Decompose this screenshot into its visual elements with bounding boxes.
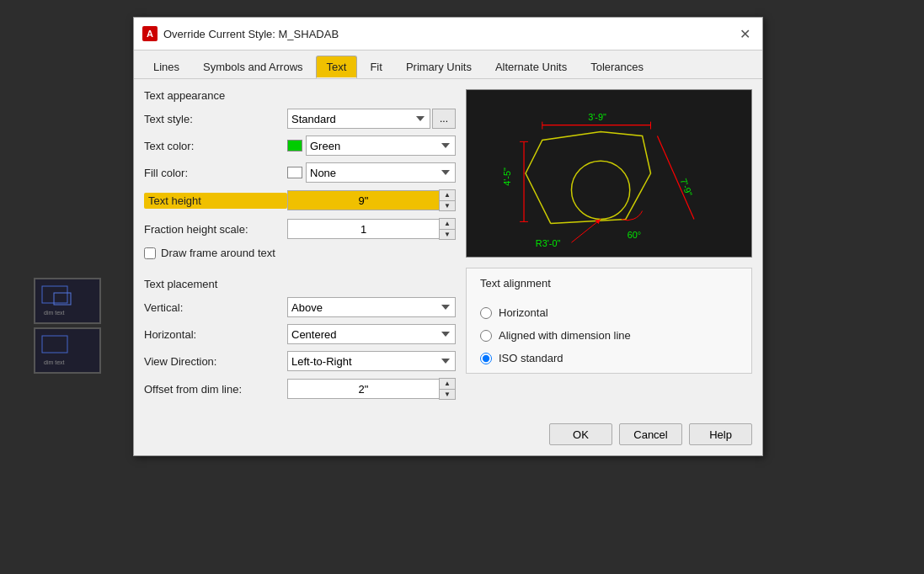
tab-bar: Lines Symbols and Arrows Text Fit Primar… bbox=[134, 50, 762, 79]
appearance-section: Text appearance Text style: Standard ...… bbox=[144, 89, 456, 266]
offset-spinner-btns: ▲ ▼ bbox=[439, 378, 456, 400]
text-height-up-btn[interactable]: ▲ bbox=[440, 190, 455, 200]
dialog-title: Override Current Style: M_SHADAB bbox=[163, 28, 339, 40]
svg-text:4'-5": 4'-5" bbox=[502, 167, 512, 186]
iso-radio[interactable] bbox=[480, 353, 492, 364]
fraction-height-spinner-wrapper: 1 ▲ ▼ bbox=[287, 218, 456, 240]
tab-alternate[interactable]: Alternate Units bbox=[484, 56, 578, 78]
svg-text:dim text: dim text bbox=[44, 359, 65, 365]
placement-section: Text placement Vertical: AboveCenteredBe… bbox=[144, 278, 456, 407]
app-icon: A bbox=[142, 26, 158, 41]
text-style-label: Text style: bbox=[144, 113, 287, 125]
fill-color-swatch bbox=[287, 167, 302, 178]
appearance-title: Text appearance bbox=[144, 89, 456, 102]
tab-tolerances[interactable]: Tolerances bbox=[580, 56, 654, 78]
vertical-row: Vertical: AboveCenteredBelow bbox=[144, 297, 456, 317]
horizontal-row: Horizontal: CenteredLeftRight bbox=[144, 324, 456, 344]
offset-label: Offset from dim line: bbox=[144, 383, 287, 396]
svg-text:60°: 60° bbox=[628, 230, 641, 240]
tab-fit[interactable]: Fit bbox=[359, 56, 393, 78]
text-style-row: Text style: Standard ... bbox=[144, 109, 456, 129]
fraction-height-spinner-btns: ▲ ▼ bbox=[439, 218, 456, 240]
fraction-height-up-btn[interactable]: ▲ bbox=[440, 219, 455, 229]
aligned-radio-label: Aligned with dimension line bbox=[499, 329, 631, 342]
iso-radio-row: ISO standard bbox=[480, 352, 738, 364]
svg-text:dim text: dim text bbox=[44, 310, 65, 316]
thumb-1: dim text bbox=[34, 278, 101, 324]
tab-primary[interactable]: Primary Units bbox=[395, 56, 483, 78]
fraction-height-row: Fraction height scale: 1 ▲ ▼ bbox=[144, 218, 456, 240]
horizontal-radio-label: Horizontal bbox=[499, 306, 548, 319]
text-height-input[interactable]: 9" bbox=[287, 190, 439, 210]
horizontal-select[interactable]: CenteredLeftRight bbox=[287, 324, 456, 344]
svg-text:R3'-0": R3'-0" bbox=[536, 238, 561, 248]
tab-symbols[interactable]: Symbols and Arrows bbox=[192, 56, 314, 78]
offset-down-btn[interactable]: ▼ bbox=[440, 389, 455, 399]
horizontal-radio-row: Horizontal bbox=[480, 306, 738, 319]
aligned-radio-row: Aligned with dimension line bbox=[480, 329, 738, 342]
tab-lines[interactable]: Lines bbox=[142, 56, 190, 78]
draw-frame-label: Draw frame around text bbox=[161, 247, 275, 259]
svg-text:3'-9": 3'-9" bbox=[588, 112, 606, 122]
title-bar-left: A Override Current Style: M_SHADAB bbox=[142, 26, 339, 41]
draw-frame-checkbox[interactable] bbox=[144, 247, 156, 259]
fill-color-label: Fill color: bbox=[144, 167, 287, 179]
side-thumbnails: dim text dim text bbox=[34, 278, 101, 377]
text-color-label: Text color: bbox=[144, 140, 287, 152]
title-bar: A Override Current Style: M_SHADAB ✕ bbox=[134, 18, 762, 50]
text-height-label: Text height bbox=[144, 193, 287, 209]
fraction-height-input[interactable]: 1 bbox=[287, 219, 439, 239]
thumb-2: dim text bbox=[34, 327, 101, 374]
aligned-radio[interactable] bbox=[480, 330, 492, 342]
close-button[interactable]: ✕ bbox=[735, 24, 754, 43]
horizontal-radio[interactable] bbox=[480, 307, 492, 319]
dialog-footer: OK Cancel Help bbox=[134, 417, 762, 455]
text-color-row: Text color: Green bbox=[144, 136, 456, 156]
fill-color-select[interactable]: None bbox=[306, 162, 456, 183]
app-icon-letter: A bbox=[147, 29, 153, 39]
text-height-row: Text height 9" ▲ ▼ bbox=[144, 189, 456, 211]
tab-text[interactable]: Text bbox=[316, 56, 358, 78]
text-style-browse-btn[interactable]: ... bbox=[432, 109, 456, 129]
offset-spinner-wrapper: 2" ▲ ▼ bbox=[287, 378, 456, 400]
offset-row: Offset from dim line: 2" ▲ ▼ bbox=[144, 378, 456, 400]
placement-title: Text placement bbox=[144, 278, 456, 290]
preview-svg: 4'-5" 3'-9" 7'-9" 60° R3'-0" bbox=[467, 90, 751, 257]
text-style-select[interactable]: Standard bbox=[287, 109, 430, 129]
alignment-box: Text alignment Horizontal Aligned with d… bbox=[466, 268, 752, 374]
right-panel: 4'-5" 3'-9" 7'-9" 60° R3'-0" bbox=[466, 89, 752, 407]
vertical-label: Vertical: bbox=[144, 301, 287, 314]
text-color-select[interactable]: Green bbox=[306, 136, 456, 156]
iso-radio-label: ISO standard bbox=[499, 352, 563, 364]
view-direction-row: View Direction: Left-to-RightRight-to-Le… bbox=[144, 351, 456, 371]
offset-up-btn[interactable]: ▲ bbox=[440, 379, 455, 389]
alignment-title: Text alignment bbox=[480, 277, 738, 290]
vertical-select[interactable]: AboveCenteredBelow bbox=[287, 297, 456, 317]
view-direction-label: View Direction: bbox=[144, 355, 287, 368]
dialog: A Override Current Style: M_SHADAB ✕ Lin… bbox=[133, 17, 763, 456]
fill-color-row: Fill color: None bbox=[144, 162, 456, 183]
ok-button[interactable]: OK bbox=[549, 423, 612, 445]
cancel-button[interactable]: Cancel bbox=[619, 423, 682, 445]
text-color-swatch bbox=[287, 140, 302, 151]
draw-frame-row: Draw frame around text bbox=[144, 247, 456, 259]
thumb-svg-2: dim text bbox=[35, 329, 101, 374]
preview-box: 4'-5" 3'-9" 7'-9" 60° R3'-0" bbox=[466, 89, 752, 258]
help-button[interactable]: Help bbox=[689, 423, 752, 445]
fraction-height-label: Fraction height scale: bbox=[144, 223, 287, 236]
left-panel: Text appearance Text style: Standard ...… bbox=[144, 89, 456, 407]
dialog-body: Text appearance Text style: Standard ...… bbox=[134, 79, 762, 417]
text-style-input-group: Standard ... bbox=[287, 109, 456, 129]
thumb-svg-1: dim text bbox=[35, 279, 101, 324]
text-height-down-btn[interactable]: ▼ bbox=[440, 200, 455, 210]
fraction-height-down-btn[interactable]: ▼ bbox=[440, 229, 455, 239]
text-height-spinner-wrapper: 9" ▲ ▼ bbox=[287, 189, 456, 211]
view-direction-select[interactable]: Left-to-RightRight-to-Left bbox=[287, 351, 456, 371]
horizontal-label: Horizontal: bbox=[144, 328, 287, 341]
text-height-spinner-btns: ▲ ▼ bbox=[439, 189, 456, 211]
offset-input[interactable]: 2" bbox=[287, 379, 439, 399]
